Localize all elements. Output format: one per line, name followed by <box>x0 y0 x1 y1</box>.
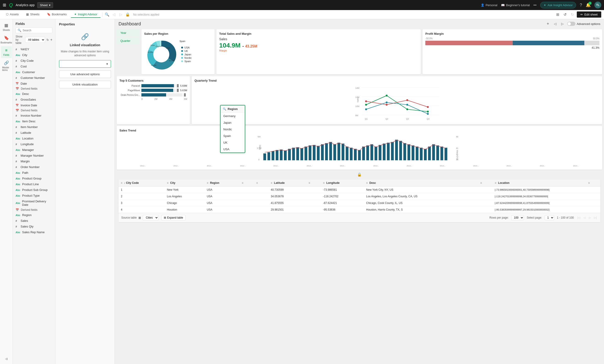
filter-pill-year[interactable]: Year <box>117 29 139 36</box>
field-item-promised[interactable]: Abc Promised Delivery Date <box>13 198 55 208</box>
advanced-options-toggle[interactable] <box>567 22 575 26</box>
select-page-select[interactable]: 1 <box>545 215 554 220</box>
field-item-manager[interactable]: Abc Manager <box>13 147 55 153</box>
lock-icon[interactable]: 🔒 <box>125 12 130 17</box>
col-icon[interactable]: ≡ <box>207 181 208 184</box>
field-item-longitude[interactable]: # Longitude <box>13 141 55 147</box>
field-item-sales[interactable]: # Sales <box>13 218 55 224</box>
tutorial-nav[interactable]: 📖 Beginner's tutorial <box>501 3 530 7</box>
derived-fields-date[interactable]: 📅 Derived fields <box>13 86 55 91</box>
field-item-cost[interactable]: # Cost <box>13 63 55 69</box>
edit-sheet-button[interactable]: ✏ Edit sheet <box>577 12 601 18</box>
first-page-arrow[interactable]: |◁ <box>577 215 581 220</box>
dropdown-field[interactable]: ▾ <box>59 60 111 68</box>
smart-search-icon[interactable]: 🔍 <box>104 12 110 17</box>
col-icon[interactable]: ≡ <box>588 181 590 184</box>
field-item-latitude[interactable]: # Latitude <box>13 130 55 136</box>
unlink-visualization-button[interactable]: Unlink visualization <box>59 81 111 88</box>
region-item-japan[interactable]: Japan <box>221 119 245 126</box>
field-item-productsubgroup[interactable]: Abc Product Sub Group <box>13 187 55 193</box>
field-item-itemnumber[interactable]: # Item Number <box>13 124 55 130</box>
help-icon[interactable]: ? <box>580 3 582 8</box>
field-item-salesqty[interactable]: # Sales Qty <box>13 224 55 229</box>
ask-insight-button[interactable]: ✦ Ask Insight Advisor <box>540 2 576 9</box>
field-item-productline[interactable]: Abc Product Line <box>13 181 55 187</box>
field-item-location[interactable]: Abc Location <box>13 136 55 141</box>
redo-icon[interactable]: ↻ <box>569 12 575 17</box>
field-item-ordernumber[interactable]: # Order Number <box>13 164 55 170</box>
sheet-selector[interactable]: Sheet ▾ <box>37 2 53 8</box>
next-page-arrow[interactable]: ▷ <box>588 215 592 220</box>
user-avatar[interactable]: TL <box>594 2 601 9</box>
field-item-path[interactable]: Abc Path <box>13 170 55 176</box>
derived-fields-invoicedate[interactable]: 📅 Derived fields <box>13 108 55 113</box>
region-item-germany[interactable]: Germany <box>221 113 245 119</box>
region-item-uk[interactable]: UK <box>221 139 245 146</box>
sidebar-item-bookmarks[interactable]: 🔖 Bookmarks <box>1 34 12 46</box>
refresh-icon[interactable]: ↻ <box>46 38 49 42</box>
prev-page-arrow[interactable]: ◁ <box>553 21 558 26</box>
grid-layout-icon[interactable]: ⊞ <box>555 12 560 17</box>
grid-icon[interactable]: ⊞ <box>3 2 6 8</box>
col-icon[interactable]: ≡ <box>480 181 482 184</box>
prev-page-arrow[interactable]: ◁ <box>582 215 587 220</box>
add-widget-button[interactable]: + <box>545 21 551 26</box>
collapse-nav-icon[interactable]: ◁| <box>1 355 12 362</box>
source-table-select[interactable]: Cities <box>143 215 159 220</box>
col-icon[interactable]: ≡ <box>366 181 368 184</box>
region-item-spain[interactable]: Spain <box>221 133 245 139</box>
undo-icon[interactable]: ↺ <box>562 12 568 17</box>
use-advanced-options-button[interactable]: Use advanced options <box>59 70 111 78</box>
col-icon[interactable]: ≡ <box>323 181 325 184</box>
next-page-arrow[interactable]: ▷ <box>560 21 565 26</box>
sidebar-item-fields[interactable]: ≡ Fields <box>1 46 12 58</box>
col-icon[interactable]: ≡ <box>167 181 168 184</box>
field-item-invoicedate[interactable]: 📅 Invoice Date <box>13 102 55 108</box>
field-item-margin[interactable]: # Margin <box>13 158 55 164</box>
field-item-invoicenumber[interactable]: # Invoice Number <box>13 113 55 119</box>
fields-search-input[interactable] <box>23 29 50 32</box>
region-item-usa[interactable]: USA <box>221 146 245 153</box>
tab-bookmarks[interactable]: 🔖 Bookmarks <box>44 11 70 18</box>
add-field-icon[interactable]: + <box>50 38 52 42</box>
field-item-citycode[interactable]: # City Code <box>13 58 55 63</box>
back-icon[interactable]: ◁ <box>111 12 117 17</box>
field-item-itemdesc[interactable]: Abc Item Desc <box>13 119 55 124</box>
field-item-region[interactable]: Abc Region <box>13 212 55 218</box>
field-item-customer[interactable]: Abc Customer <box>13 69 55 75</box>
tab-assets[interactable]: ⬡ Assets <box>3 11 22 18</box>
field-item-salesrep[interactable]: Abc Sales Rep Name <box>13 229 55 235</box>
col-icon[interactable]: ≡ <box>121 181 122 184</box>
table-scroll-container[interactable]: ≡ ↕ City Code ≡ City ≡ R <box>118 180 600 213</box>
field-item-managernumber[interactable]: # Manager Number <box>13 153 55 158</box>
field-item-date[interactable]: 📅 Date <box>13 81 55 86</box>
more-options-icon[interactable]: ••• <box>534 3 537 7</box>
col-icon[interactable]: ≡ <box>271 181 272 184</box>
field-item-productgroup[interactable]: Abc Product Group <box>13 176 55 181</box>
col-icon[interactable]: ≡ <box>256 181 258 184</box>
expand-table-button[interactable]: ⊞ Expand table <box>161 215 186 220</box>
sidebar-item-sheets[interactable]: ▦ Sheets <box>1 21 12 33</box>
col-icon[interactable]: ≡ <box>495 181 496 184</box>
region-item-nordic[interactable]: Nordic <box>221 126 245 133</box>
forward-icon[interactable]: ▷ <box>118 12 124 17</box>
col-icon[interactable]: ≡ <box>309 181 310 184</box>
tab-sheets[interactable]: ▦ Sheets <box>23 11 43 18</box>
col-icon[interactable]: ≡ <box>242 181 243 184</box>
field-item-desc[interactable]: Abc Desc <box>13 91 55 97</box>
field-item-customernumber[interactable]: # Customer Number <box>13 75 55 81</box>
field-item-grosssales[interactable]: # GrossSales <box>13 97 55 102</box>
table-select[interactable]: All tables <box>25 37 45 43</box>
field-item-city[interactable]: Abc City <box>13 52 55 58</box>
field-item-key[interactable]: # %KEY <box>13 46 55 52</box>
derived-fields-promised[interactable]: 📅 Derived fields <box>13 208 55 212</box>
sidebar-item-master[interactable]: 🔗 Master items <box>1 59 12 73</box>
field-item-producttype[interactable]: Abc Product Type <box>13 193 55 198</box>
personal-nav[interactable]: 👤 Personal <box>481 3 497 7</box>
fields-search-box[interactable]: 🔍 <box>15 27 52 33</box>
last-page-arrow[interactable]: ▷| <box>593 215 598 220</box>
filter-pill-quarter[interactable]: Quarter <box>117 37 139 44</box>
notification-bell[interactable]: 🔔 3 <box>586 2 591 8</box>
rows-per-page-select[interactable]: 100 <box>511 215 524 220</box>
tab-insight-advisor[interactable]: ✦ Insight Advisor <box>71 11 101 18</box>
